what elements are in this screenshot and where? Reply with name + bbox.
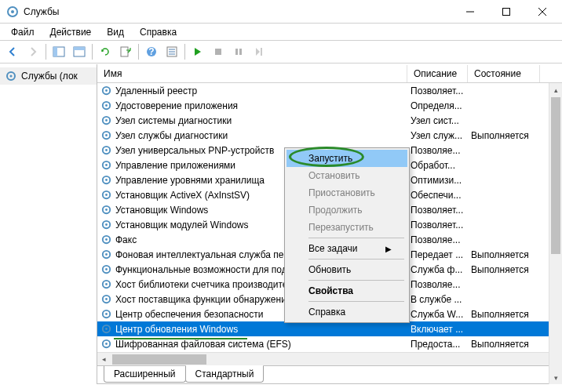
service-description: Позволяет... bbox=[411, 205, 463, 216]
menu-bar: Файл Действие Вид Справка bbox=[0, 24, 562, 41]
ctx-help[interactable]: Справка bbox=[286, 303, 407, 321]
tree-root-services[interactable]: Службы (лок bbox=[0, 67, 97, 85]
gear-icon bbox=[100, 189, 112, 201]
pause-service-button[interactable] bbox=[229, 42, 248, 61]
service-name: Хост библиотеки счетчика производите bbox=[115, 279, 288, 290]
show-hide-tree-button[interactable] bbox=[49, 42, 68, 61]
svg-point-54 bbox=[105, 313, 108, 315]
forward-button[interactable] bbox=[24, 42, 42, 61]
svg-rect-20 bbox=[261, 48, 262, 56]
svg-point-52 bbox=[105, 298, 108, 300]
service-name: Центр обеспечения безопасности bbox=[115, 309, 264, 320]
gear-icon bbox=[100, 293, 112, 305]
service-name: Фоновая интеллектуальная служба пере bbox=[115, 249, 294, 260]
ctx-pause: Приостановить bbox=[286, 184, 407, 201]
svg-text:?: ? bbox=[148, 46, 154, 57]
service-name: Функциональные возможности для подк bbox=[115, 264, 291, 275]
ctx-properties[interactable]: Свойства bbox=[286, 282, 407, 299]
tab-standard[interactable]: Стандартный bbox=[185, 365, 265, 383]
gear-icon bbox=[100, 263, 112, 275]
svg-point-34 bbox=[105, 164, 108, 166]
service-state: Выполняется bbox=[471, 130, 529, 141]
close-button[interactable] bbox=[524, 0, 560, 24]
service-row[interactable]: Шифрованная файловая система (EFS)Предос… bbox=[97, 336, 562, 351]
service-description: Передает ... bbox=[411, 249, 463, 260]
service-name: Установщик ActiveX (AxInstSV) bbox=[115, 190, 250, 201]
export-list-button[interactable] bbox=[116, 42, 135, 61]
service-description: Позволяе... bbox=[411, 279, 461, 290]
ctx-resume: Продолжить bbox=[286, 201, 407, 219]
horizontal-scrollbar[interactable]: ◂ ▸ bbox=[97, 352, 562, 365]
properties-button[interactable] bbox=[162, 42, 181, 61]
ctx-start[interactable]: Запустить bbox=[286, 150, 407, 167]
service-description: Служба W... bbox=[411, 309, 463, 320]
window-controls bbox=[452, 0, 560, 24]
svg-point-42 bbox=[105, 223, 108, 226]
scroll-left-arrow[interactable]: ◂ bbox=[97, 353, 111, 366]
scroll-up-arrow[interactable]: ▴ bbox=[549, 83, 562, 96]
svg-point-56 bbox=[105, 328, 108, 330]
tab-extended[interactable]: Расширенный bbox=[104, 366, 186, 383]
column-headers: Имя Описание Состояние bbox=[97, 64, 562, 83]
service-name: Узел универсальных PNP-устройств bbox=[115, 145, 274, 156]
service-row[interactable]: Узел службы диагностикиУзел служ...Выпол… bbox=[97, 128, 562, 143]
service-description: Включает ... bbox=[411, 324, 463, 335]
service-description: Позволяет... bbox=[411, 220, 463, 230]
menu-action[interactable]: Действие bbox=[42, 25, 100, 39]
menu-file[interactable]: Файл bbox=[3, 25, 42, 39]
service-row[interactable]: Центр обновления WindowsВключает ... bbox=[97, 321, 562, 336]
service-name: Удостоверение приложения bbox=[115, 100, 238, 111]
stop-service-button[interactable] bbox=[209, 42, 228, 61]
svg-point-32 bbox=[105, 149, 108, 151]
title-bar: Службы bbox=[0, 0, 562, 24]
column-description[interactable]: Описание bbox=[407, 65, 468, 82]
menu-view[interactable]: Вид bbox=[99, 25, 132, 39]
service-name: Управление приложениями bbox=[115, 160, 235, 171]
service-description: Узел служ... bbox=[411, 130, 462, 141]
column-name[interactable]: Имя bbox=[97, 65, 407, 82]
scroll-down-arrow[interactable]: ▾ bbox=[549, 371, 562, 384]
service-state: Выполняется bbox=[471, 339, 529, 350]
gear-icon bbox=[100, 249, 112, 260]
maximize-button[interactable] bbox=[488, 0, 524, 24]
menu-help[interactable]: Справка bbox=[132, 25, 184, 39]
service-name: Узел системы диагностики bbox=[115, 115, 232, 126]
gear-icon bbox=[100, 129, 112, 141]
service-description: Оптимизи... bbox=[411, 175, 462, 186]
minimize-button[interactable] bbox=[452, 0, 488, 24]
service-description: В службе ... bbox=[411, 294, 462, 305]
service-row[interactable]: Узел системы диагностикиУзел сист... bbox=[97, 113, 562, 128]
export-button[interactable] bbox=[70, 42, 89, 61]
start-service-button[interactable] bbox=[188, 42, 207, 61]
ctx-all-tasks[interactable]: Все задачи▶ bbox=[286, 240, 407, 257]
service-description: Определя... bbox=[411, 100, 462, 111]
vertical-scrollbar[interactable]: ▴ ▾ bbox=[549, 83, 562, 384]
back-button[interactable] bbox=[3, 42, 22, 61]
gear-icon bbox=[100, 338, 112, 350]
svg-point-30 bbox=[105, 134, 108, 136]
service-state: Выполняется bbox=[471, 264, 529, 275]
ctx-refresh[interactable]: Обновить bbox=[286, 261, 407, 278]
service-description: Обработ... bbox=[411, 160, 455, 171]
scrollbar-thumb[interactable] bbox=[112, 354, 206, 365]
context-menu: Запустить Остановить Приостановить Продо… bbox=[284, 147, 410, 323]
refresh-button[interactable] bbox=[96, 42, 115, 61]
chevron-right-icon: ▶ bbox=[385, 245, 392, 253]
gear-icon bbox=[5, 70, 17, 82]
scrollbar-thumb[interactable] bbox=[551, 97, 560, 254]
service-description: Служба ф... bbox=[411, 264, 462, 275]
service-name: Хост поставщика функции обнаружени bbox=[115, 294, 286, 305]
service-name: Управление уровнями хранилища bbox=[115, 175, 265, 186]
svg-rect-3 bbox=[503, 8, 510, 15]
service-row[interactable]: Удостоверение приложенияОпределя... bbox=[97, 98, 562, 113]
app-icon bbox=[6, 5, 19, 18]
service-row[interactable]: Удаленный реестрПозволяет... bbox=[97, 83, 562, 98]
gear-icon bbox=[100, 85, 112, 96]
gear-icon bbox=[100, 114, 112, 126]
help-button[interactable]: ? bbox=[142, 42, 161, 61]
service-state: Выполняется bbox=[471, 249, 529, 260]
svg-point-24 bbox=[105, 89, 108, 92]
restart-service-button[interactable] bbox=[250, 42, 268, 61]
service-state: Выполняется bbox=[471, 309, 529, 320]
column-state[interactable]: Состояние bbox=[468, 65, 540, 82]
